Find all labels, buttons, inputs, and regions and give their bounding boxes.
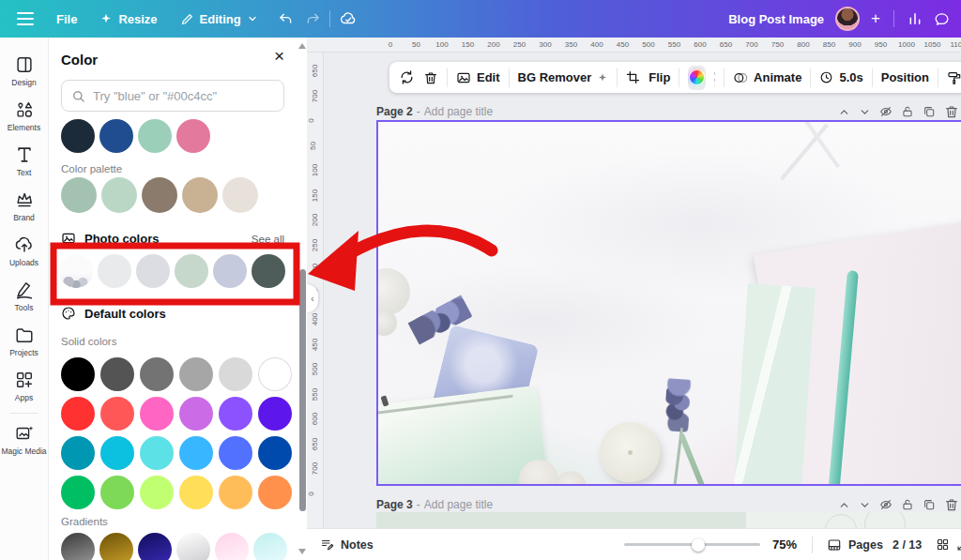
lock-page-button[interactable] [901,105,914,118]
comments-button[interactable] [934,11,950,27]
resize-button[interactable]: Resize [99,12,157,26]
editing-mode-dropdown[interactable]: Editing [180,12,258,26]
page3-canvas[interactable] [376,512,961,528]
color-swatch[interactable] [219,436,252,470]
sidebar-item-design[interactable]: Design [0,49,49,94]
color-swatch[interactable] [140,476,174,509]
duplicate-page-button[interactable] [923,105,936,118]
move-up-button[interactable] [838,106,850,118]
gradient-swatch[interactable] [176,533,210,560]
color-swatch[interactable] [219,357,252,391]
sidebar-item-tools[interactable]: Tools [0,274,49,319]
move-up-button[interactable] [838,499,850,511]
menu-icon[interactable] [17,12,34,25]
duration-button[interactable]: 5.0s [819,70,862,84]
color-swatch[interactable] [140,436,174,470]
color-swatch[interactable] [258,357,292,391]
color-search-input[interactable]: Try "blue" or "#00c4cc" [61,80,284,112]
panel-scrollbar[interactable] [297,38,307,560]
replace-button[interactable] [399,69,415,85]
page2-canvas[interactable] [376,120,961,486]
edit-image-button[interactable]: Edit [456,70,500,85]
hide-page-button[interactable] [879,105,892,118]
color-swatch[interactable] [179,397,213,431]
avatar[interactable] [835,7,860,31]
add-member-button[interactable]: + [871,9,880,28]
document-title[interactable]: Blog Post Image [728,12,824,26]
roller-styles-button[interactable] [947,70,961,85]
redo-button[interactable] [305,11,320,26]
sidebar-item-brand[interactable]: Brand [0,184,49,229]
color-swatch[interactable] [182,177,218,213]
color-swatch[interactable] [61,436,95,470]
delete-page-button[interactable] [944,497,959,512]
color-swatch[interactable] [61,397,95,431]
color-picker-button[interactable] [688,66,706,90]
delete-page-button[interactable] [944,104,959,119]
gradient-swatch[interactable] [99,533,133,560]
color-swatch[interactable] [258,397,292,431]
page3-title-input[interactable]: Add page title [424,498,493,511]
color-swatch[interactable] [219,476,252,509]
fullscreen-button[interactable] [956,538,961,552]
color-swatch[interactable] [138,119,172,153]
crop-button[interactable] [626,70,640,84]
position-button[interactable]: Position [881,70,929,84]
grid-view-button[interactable] [936,537,950,552]
scroll-up-icon[interactable] [298,43,306,49]
scroll-down-icon[interactable] [298,549,306,554]
scrollbar-thumb[interactable] [299,269,306,511]
color-swatch[interactable] [136,254,170,288]
color-swatch[interactable] [140,397,174,431]
color-swatch[interactable] [101,177,137,213]
color-swatch[interactable] [179,476,213,509]
cloud-save-status[interactable] [340,10,357,27]
move-down-button[interactable] [859,106,871,118]
color-swatch[interactable] [61,357,95,391]
gradient-swatch[interactable] [61,533,95,560]
close-icon[interactable]: × [274,47,284,65]
color-swatch[interactable] [252,254,285,288]
color-swatch[interactable] [222,177,258,213]
pages-button[interactable]: Pages [827,537,883,552]
color-swatch[interactable] [175,254,208,288]
file-menu-button[interactable]: File [56,12,77,26]
duplicate-page-button[interactable] [923,498,936,511]
flip-button[interactable]: Flip [648,70,670,84]
see-all-link[interactable]: See all [252,234,284,245]
page2-title-input[interactable]: Add page title [424,105,493,118]
zoom-slider[interactable] [624,538,760,552]
color-swatch[interactable] [61,476,95,509]
gradient-swatch[interactable] [253,533,287,560]
color-swatch[interactable] [176,119,210,153]
zoom-slider-thumb[interactable] [692,538,705,552]
color-swatch[interactable] [179,436,213,470]
sidebar-item-text[interactable]: Text [0,139,49,184]
color-swatch[interactable] [61,177,97,213]
color-swatch[interactable] [100,436,134,470]
color-swatch[interactable] [179,357,213,391]
transparency-button[interactable] [714,68,715,86]
delete-button[interactable] [423,70,438,85]
page3-name[interactable]: Page 3 [376,498,413,511]
notes-button[interactable]: Notes [320,537,374,552]
color-swatch[interactable] [213,254,247,288]
color-swatch[interactable] [61,119,95,153]
color-swatch[interactable] [219,397,252,431]
zoom-level[interactable]: 75% [772,537,797,552]
undo-button[interactable] [279,11,294,26]
insights-button[interactable] [908,11,923,26]
color-swatch[interactable] [98,254,131,288]
move-down-button[interactable] [859,499,871,511]
color-swatch[interactable] [99,119,133,153]
hide-page-button[interactable] [879,498,892,511]
gradient-swatch[interactable] [138,533,172,560]
color-swatch[interactable] [100,357,134,391]
color-swatch[interactable] [140,357,174,391]
color-swatch[interactable] [100,476,134,509]
gradient-swatch[interactable] [215,533,249,560]
color-swatch[interactable] [142,177,177,213]
color-swatch[interactable] [258,476,292,509]
page2-name[interactable]: Page 2 [376,105,413,118]
photo-thumbnail-swatch[interactable] [59,254,93,288]
